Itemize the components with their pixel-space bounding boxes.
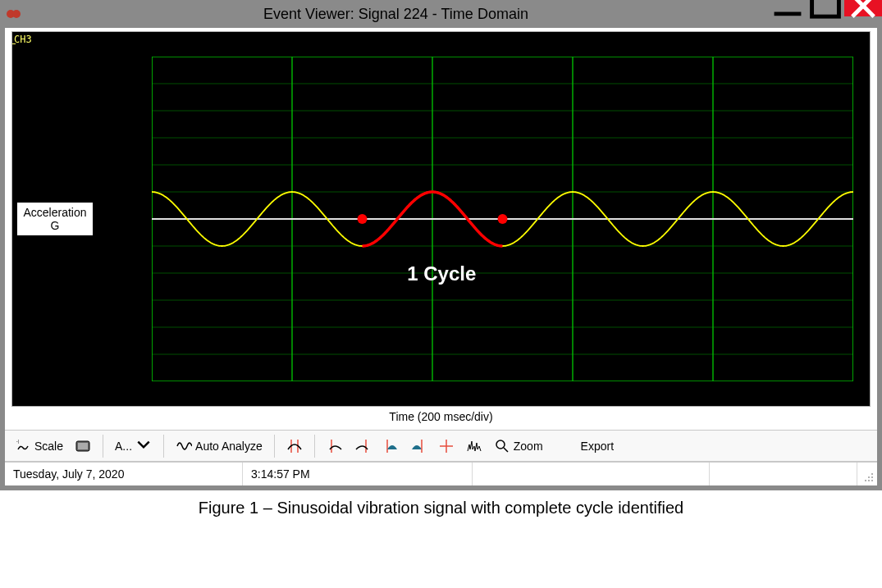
y-axis-label-line1: Acceleration — [23, 206, 86, 219]
scale-icon: -| — [15, 438, 31, 454]
svg-point-43 — [865, 480, 866, 481]
waveform-icon — [176, 438, 192, 454]
svg-point-44 — [868, 480, 870, 481]
minimize-button[interactable] — [769, 0, 807, 16]
view-mode-icon — [75, 438, 91, 454]
toolbar: -| Scale A... Auto An — [5, 430, 877, 462]
svg-point-25 — [358, 214, 368, 224]
status-bar: Tuesday, July 7, 2020 3:14:57 PM — [5, 462, 877, 485]
status-empty-2 — [710, 463, 857, 485]
svg-rect-29 — [78, 443, 88, 449]
maximize-icon — [807, 0, 844, 25]
y-axis-label-line2: G — [51, 219, 60, 232]
view-mode-button[interactable] — [70, 435, 96, 457]
auto-analyze-label: Auto Analyze — [195, 440, 263, 453]
svg-line-39 — [504, 448, 508, 452]
fill-left-button[interactable] — [377, 435, 404, 457]
figure-caption: Figure 1 – Sinusoidal vibration signal w… — [0, 490, 882, 521]
fill-right-button[interactable] — [405, 435, 432, 457]
status-empty-1 — [473, 463, 710, 485]
status-date: Tuesday, July 7, 2020 — [5, 463, 243, 485]
y-axis-label: Acceleration G — [17, 203, 93, 235]
auto-analyze-button[interactable]: Auto Analyze — [171, 435, 267, 457]
channel-tick — [12, 43, 16, 44]
close-icon — [844, 0, 882, 25]
svg-point-42 — [871, 476, 873, 478]
a-dropdown[interactable]: A... — [110, 434, 157, 458]
scale-button[interactable]: -| Scale — [10, 435, 68, 457]
x-min: 0 — [152, 387, 158, 399]
grip-icon — [862, 471, 874, 482]
x-axis-label: Time (200 msec/div) — [11, 407, 871, 428]
fill-left-icon — [382, 438, 399, 454]
crosshair-icon — [438, 438, 455, 454]
svg-point-40 — [871, 473, 873, 475]
y-axis-ticks: -6-5-4-3-2-10123456 — [127, 57, 150, 383]
status-time: 3:14:57 PM — [243, 463, 473, 485]
x-axis-ticks: 0 1000 — [152, 387, 853, 399]
resize-grip[interactable] — [857, 463, 877, 485]
crosshair-button[interactable] — [433, 435, 459, 457]
spectrum-button[interactable] — [461, 435, 487, 457]
plot-box: CH3 Acceleration G -6-5-4-3-2-10123456 1… — [11, 31, 871, 407]
export-label: Export — [581, 440, 614, 453]
cursor-left-icon — [327, 438, 343, 454]
magnifier-icon — [494, 438, 510, 454]
cursor-left-button[interactable] — [322, 435, 348, 457]
svg-point-38 — [496, 440, 505, 449]
export-button[interactable]: Export — [576, 437, 619, 455]
svg-text:-|: -| — [16, 439, 19, 444]
plot-area[interactable]: 1 Cycle — [152, 57, 853, 381]
chevron-down-icon — [135, 436, 152, 455]
cycle-annotation: 1 Cycle — [407, 262, 476, 285]
cursor-peak-button[interactable] — [281, 435, 308, 457]
app-icon — [7, 8, 23, 20]
close-button[interactable] — [844, 0, 882, 16]
minimize-icon — [769, 0, 807, 25]
window-title: Event Viewer: Signal 224 - Time Domain — [23, 6, 769, 23]
scale-label: Scale — [34, 440, 63, 453]
svg-point-26 — [498, 214, 508, 224]
app-window: Event Viewer: Signal 224 - Time Domain — [0, 0, 882, 490]
cursor-peak-icon — [286, 438, 303, 454]
cursor-right-icon — [354, 438, 371, 454]
svg-rect-1 — [812, 0, 839, 16]
spectrum-icon — [466, 438, 482, 454]
maximize-button[interactable] — [807, 0, 844, 16]
a-label: A... — [115, 440, 132, 453]
svg-point-45 — [871, 480, 873, 481]
plot-panel: CH3 Acceleration G -6-5-4-3-2-10123456 1… — [5, 28, 877, 430]
cursor-right-button[interactable] — [350, 435, 376, 457]
x-max: 1000 — [829, 387, 853, 399]
title-bar[interactable]: Event Viewer: Signal 224 - Time Domain — [0, 0, 882, 28]
fill-right-icon — [410, 438, 427, 454]
zoom-button[interactable]: Zoom — [489, 435, 548, 457]
channel-label: CH3 — [14, 34, 32, 45]
zoom-label: Zoom — [514, 440, 543, 453]
svg-point-41 — [868, 476, 870, 478]
